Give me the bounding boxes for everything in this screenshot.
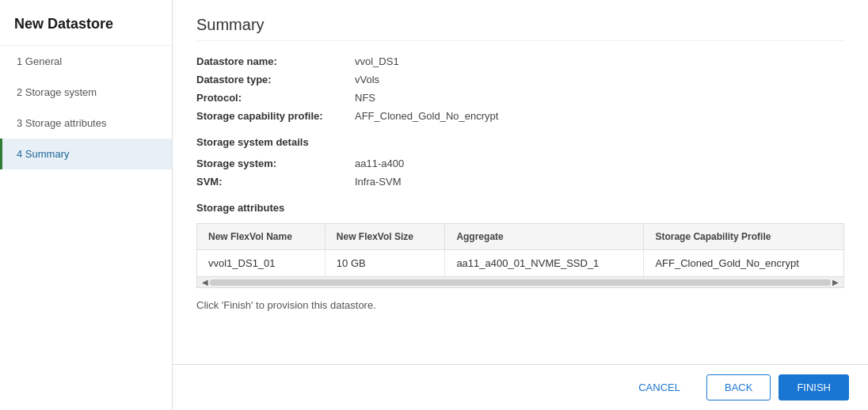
table-row: vvol1_DS1_01 10 GB aa11_a400_01_NVME_SSD…: [197, 250, 843, 277]
sidebar-item-label: 4 Summary: [17, 148, 69, 160]
sidebar-item-storage-attributes[interactable]: 3 Storage attributes: [0, 108, 172, 139]
cell-aggregate: aa11_a400_01_NVME_SSD_1: [445, 250, 644, 277]
datastore-name-label: Datastore name:: [196, 55, 355, 67]
storage-system-label: Storage system:: [196, 158, 355, 169]
col-header-aggregate: Aggregate: [445, 224, 644, 250]
cell-flexvol-size: 10 GB: [325, 250, 445, 277]
sidebar-item-summary[interactable]: 4 Summary: [0, 139, 172, 169]
horizontal-scrollbar[interactable]: ◀ ▶: [197, 276, 843, 287]
scp-row: Storage capability profile: AFF_Cloned_G…: [196, 110, 844, 122]
cell-flexvol-name: vvol1_DS1_01: [197, 250, 325, 277]
col-header-flexvol-size: New FlexVol Size: [325, 224, 445, 250]
scp-label: Storage capability profile:: [196, 110, 355, 122]
cell-scp: AFF_Cloned_Gold_No_encrypt: [644, 250, 843, 277]
protocol-value: NFS: [355, 92, 375, 104]
svm-value: Infra-SVM: [355, 176, 402, 188]
storage-attributes-heading: Storage attributes: [196, 202, 844, 214]
back-button[interactable]: BACK: [706, 374, 771, 401]
datastore-info: Datastore name: vvol_DS1 Datastore type:…: [196, 55, 844, 122]
datastore-type-value: vVols: [355, 74, 379, 85]
scroll-right-arrow[interactable]: ▶: [831, 278, 840, 287]
sidebar-item-label: 1 General: [17, 55, 62, 67]
col-header-scp: Storage Capability Profile: [644, 224, 843, 250]
datastore-name-value: vvol_DS1: [355, 55, 399, 67]
sidebar-item-label: 2 Storage system: [17, 86, 97, 98]
svm-label: SVM:: [196, 176, 355, 188]
scroll-left-arrow[interactable]: ◀: [200, 278, 210, 287]
sidebar: New Datastore 1 General 2 Storage system…: [0, 0, 173, 410]
protocol-label: Protocol:: [196, 92, 355, 104]
footer: CANCEL BACK FINISH: [173, 364, 868, 410]
protocol-row: Protocol: NFS: [196, 92, 844, 104]
datastore-type-label: Datastore type:: [196, 74, 355, 85]
col-header-flexvol-name: New FlexVol Name: [197, 224, 325, 250]
sidebar-item-general[interactable]: 1 General: [0, 46, 172, 77]
datastore-name-row: Datastore name: vvol_DS1: [196, 55, 844, 67]
sidebar-title: New Datastore: [0, 0, 172, 46]
scrollbar-track[interactable]: [210, 279, 831, 286]
datastore-type-row: Datastore type: vVols: [196, 74, 844, 85]
scp-value: AFF_Cloned_Gold_No_encrypt: [355, 110, 498, 122]
storage-system-info: Storage system: aa11-a400 SVM: Infra-SVM: [196, 158, 844, 188]
storage-attributes-table-wrapper: New FlexVol Name New FlexVol Size Aggreg…: [196, 223, 844, 288]
page-title: Summary: [196, 16, 844, 41]
table-scroll-area[interactable]: New FlexVol Name New FlexVol Size Aggreg…: [197, 224, 843, 276]
main-content: Summary Datastore name: vvol_DS1 Datasto…: [173, 0, 868, 364]
storage-attributes-table: New FlexVol Name New FlexVol Size Aggreg…: [197, 224, 843, 276]
cancel-button[interactable]: CANCEL: [620, 374, 699, 401]
finish-button[interactable]: FINISH: [779, 374, 849, 401]
table-header-row: New FlexVol Name New FlexVol Size Aggreg…: [197, 224, 843, 250]
sidebar-item-label: 3 Storage attributes: [17, 117, 106, 129]
svm-row: SVM: Infra-SVM: [196, 176, 844, 188]
sidebar-item-storage-system[interactable]: 2 Storage system: [0, 77, 172, 108]
storage-system-row: Storage system: aa11-a400: [196, 158, 844, 169]
finish-note: Click 'Finish' to provision this datasto…: [196, 299, 844, 311]
storage-system-value: aa11-a400: [355, 158, 404, 169]
storage-system-heading: Storage system details: [196, 136, 844, 148]
main-panel: Summary Datastore name: vvol_DS1 Datasto…: [173, 0, 868, 410]
